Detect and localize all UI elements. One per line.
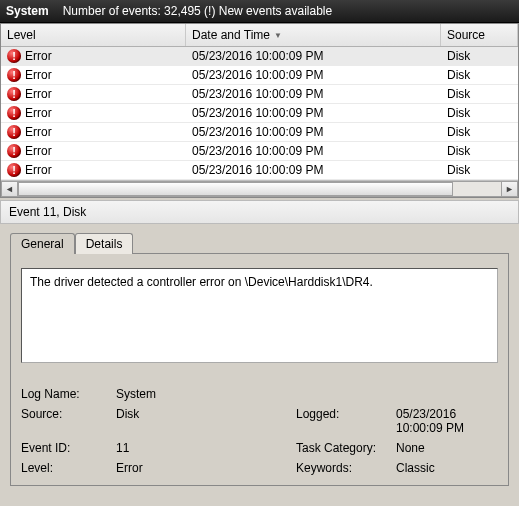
prop-keywords-label: Keywords: <box>296 461 396 475</box>
col-header-level-label: Level <box>7 28 36 42</box>
col-header-date-label: Date and Time <box>192 28 270 42</box>
prop-logged-label: Logged: <box>296 407 396 435</box>
cell-level: !Error <box>1 162 186 178</box>
error-icon: ! <box>7 87 21 101</box>
event-description[interactable]: The driver detected a controller error o… <box>21 268 498 363</box>
cell-level: !Error <box>1 48 186 64</box>
prop-eventid-value: 11 <box>116 441 296 455</box>
error-icon: ! <box>7 144 21 158</box>
tab-strip: General Details <box>10 232 509 253</box>
cell-source: Disk <box>441 162 518 178</box>
cell-level: !Error <box>1 143 186 159</box>
cell-level: !Error <box>1 86 186 102</box>
prop-source-label: Source: <box>21 407 116 435</box>
tab-general[interactable]: General <box>10 233 75 254</box>
events-table: Level Date and Time ▼ Source !Error05/23… <box>0 23 519 198</box>
cell-level-text: Error <box>25 68 52 82</box>
cell-level-text: Error <box>25 49 52 63</box>
col-header-source-label: Source <box>447 28 485 42</box>
error-icon: ! <box>7 106 21 120</box>
log-status: Number of events: 32,495 (!) New events … <box>63 4 332 18</box>
table-row[interactable]: !Error05/23/2016 10:00:09 PMDisk <box>1 161 518 180</box>
cell-level: !Error <box>1 105 186 121</box>
cell-level: !Error <box>1 67 186 83</box>
event-properties: Log Name: System Source: Disk Logged: 05… <box>21 387 498 475</box>
cell-level-text: Error <box>25 106 52 120</box>
cell-date: 05/23/2016 10:00:09 PM <box>186 143 441 159</box>
sort-desc-icon: ▼ <box>274 31 282 40</box>
cell-date: 05/23/2016 10:00:09 PM <box>186 86 441 102</box>
cell-level: !Error <box>1 124 186 140</box>
scroll-track[interactable] <box>18 181 501 197</box>
cell-date: 05/23/2016 10:00:09 PM <box>186 162 441 178</box>
cell-level-text: Error <box>25 144 52 158</box>
cell-date: 05/23/2016 10:00:09 PM <box>186 105 441 121</box>
table-row[interactable]: !Error05/23/2016 10:00:09 PMDisk <box>1 123 518 142</box>
log-title: System <box>6 4 49 18</box>
scroll-left-icon[interactable]: ◄ <box>1 181 18 197</box>
table-row[interactable]: !Error05/23/2016 10:00:09 PMDisk <box>1 104 518 123</box>
prop-level-value: Error <box>116 461 296 475</box>
cell-source: Disk <box>441 105 518 121</box>
prop-level-label: Level: <box>21 461 116 475</box>
tab-panel-general: The driver detected a controller error o… <box>10 253 509 486</box>
event-detail-area: General Details The driver detected a co… <box>0 224 519 496</box>
table-body: !Error05/23/2016 10:00:09 PMDisk!Error05… <box>1 47 518 180</box>
cell-date: 05/23/2016 10:00:09 PM <box>186 48 441 64</box>
cell-source: Disk <box>441 124 518 140</box>
event-summary-bar: Event 11, Disk <box>0 200 519 224</box>
prop-logged-value: 05/23/2016 10:00:09 PM <box>396 407 498 435</box>
error-icon: ! <box>7 49 21 63</box>
cell-level-text: Error <box>25 87 52 101</box>
cell-date: 05/23/2016 10:00:09 PM <box>186 67 441 83</box>
cell-date: 05/23/2016 10:00:09 PM <box>186 124 441 140</box>
horizontal-scrollbar[interactable]: ◄ ► <box>1 180 518 197</box>
table-row[interactable]: !Error05/23/2016 10:00:09 PMDisk <box>1 85 518 104</box>
error-icon: ! <box>7 68 21 82</box>
cell-level-text: Error <box>25 163 52 177</box>
prop-logname-value: System <box>116 387 296 401</box>
cell-source: Disk <box>441 48 518 64</box>
table-row[interactable]: !Error05/23/2016 10:00:09 PMDisk <box>1 47 518 66</box>
tab-general-label: General <box>21 237 64 251</box>
prop-logname-label: Log Name: <box>21 387 116 401</box>
tab-details[interactable]: Details <box>75 233 134 254</box>
event-summary-text: Event 11, Disk <box>9 205 86 219</box>
cell-source: Disk <box>441 86 518 102</box>
col-header-source[interactable]: Source <box>441 24 518 46</box>
col-header-date[interactable]: Date and Time ▼ <box>186 24 441 46</box>
prop-source-value: Disk <box>116 407 296 435</box>
tab-details-label: Details <box>86 237 123 251</box>
log-header-bar: System Number of events: 32,495 (!) New … <box>0 0 519 23</box>
col-header-level[interactable]: Level <box>1 24 186 46</box>
table-row[interactable]: !Error05/23/2016 10:00:09 PMDisk <box>1 66 518 85</box>
prop-taskcat-value: None <box>396 441 498 455</box>
table-header: Level Date and Time ▼ Source <box>1 24 518 47</box>
error-icon: ! <box>7 125 21 139</box>
error-icon: ! <box>7 163 21 177</box>
cell-level-text: Error <box>25 125 52 139</box>
table-row[interactable]: !Error05/23/2016 10:00:09 PMDisk <box>1 142 518 161</box>
prop-eventid-label: Event ID: <box>21 441 116 455</box>
prop-taskcat-label: Task Category: <box>296 441 396 455</box>
event-description-text: The driver detected a controller error o… <box>30 275 373 289</box>
scroll-thumb[interactable] <box>18 182 453 196</box>
scroll-right-icon[interactable]: ► <box>501 181 518 197</box>
prop-keywords-value: Classic <box>396 461 498 475</box>
cell-source: Disk <box>441 67 518 83</box>
cell-source: Disk <box>441 143 518 159</box>
